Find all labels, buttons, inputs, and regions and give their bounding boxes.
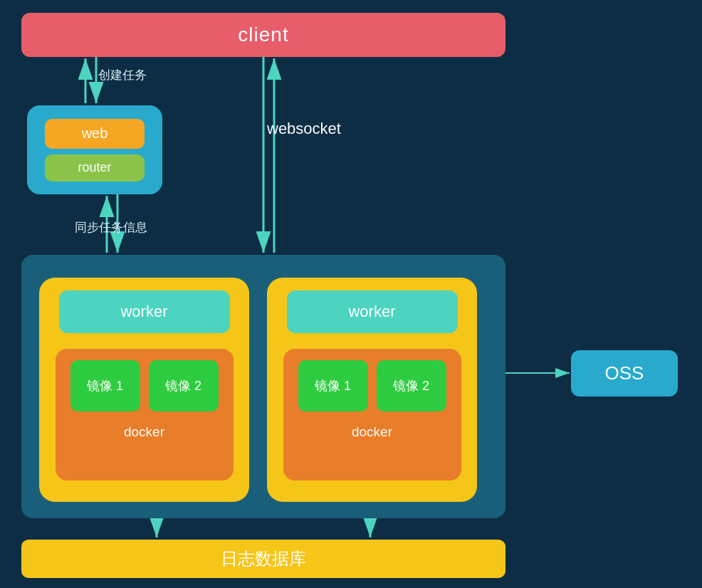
websocket-label: websocket [267,120,341,138]
docker-container-1: 镜像 1 镜像 2 docker [56,349,234,481]
worker-2-label: worker [348,303,395,321]
image-box-2-2: 镜像 2 [377,360,446,411]
client-label: client [238,23,288,46]
client-box: client [21,13,505,57]
worker-group-2: worker 镜像 1 镜像 2 docker [267,278,477,502]
worker-1-label: worker [120,303,167,321]
docker-label-2: docker [352,424,392,440]
create-task-label: 创建任务 [98,67,147,83]
worker-box-1: worker [59,290,230,333]
image-box-1-2: 镜像 2 [149,360,219,411]
web-router-group: web router [27,105,162,194]
image-box-2-1: 镜像 1 [298,360,368,411]
web-label: web [82,125,108,142]
image-box-1-1: 镜像 1 [70,360,140,411]
oss-label: OSS [605,362,644,384]
architecture-diagram: client 创建任务 web router websocket 同步任务信息 … [0,0,702,588]
worker-group-1: worker 镜像 1 镜像 2 docker [39,278,249,502]
router-label: router [78,160,111,175]
docker-container-2: 镜像 1 镜像 2 docker [283,349,461,481]
images-row-2: 镜像 1 镜像 2 [298,360,446,411]
oss-box: OSS [571,350,678,397]
worker-box-2: worker [287,290,458,333]
sync-task-label: 同步任务信息 [75,219,147,236]
logdb-box: 日志数据库 [21,540,505,578]
images-row-1: 镜像 1 镜像 2 [70,360,219,411]
logdb-label: 日志数据库 [221,547,306,570]
docker-label-1: docker [124,424,164,440]
web-box: web [45,119,145,149]
router-box: router [45,154,145,182]
